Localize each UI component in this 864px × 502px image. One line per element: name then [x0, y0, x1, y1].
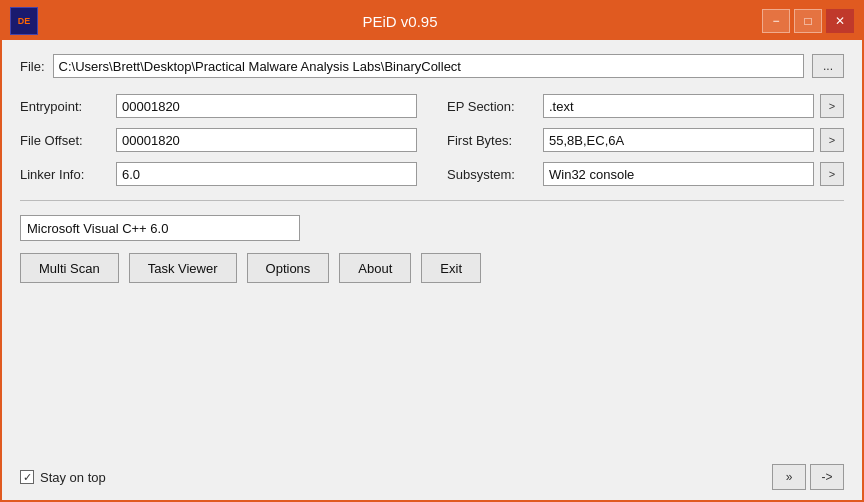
first-bytes-field[interactable] [543, 128, 814, 152]
title-bar: DE PEiD v0.95 − □ ✕ [2, 2, 862, 40]
entrypoint-row: Entrypoint: [20, 94, 417, 118]
ep-section-field[interactable] [543, 94, 814, 118]
file-label: File: [20, 59, 45, 74]
subsystem-label: Subsystem: [447, 167, 537, 182]
maximize-button[interactable]: □ [794, 9, 822, 33]
stay-on-top-row: ✓ Stay on top [20, 470, 106, 485]
file-offset-row: File Offset: [20, 128, 417, 152]
exit-button[interactable]: Exit [421, 253, 481, 283]
file-row: File: ... [20, 54, 844, 78]
stay-on-top-label: Stay on top [40, 470, 106, 485]
ep-section-arrow-button[interactable]: > [820, 94, 844, 118]
ep-section-row: EP Section: > [447, 94, 844, 118]
task-viewer-button[interactable]: Task Viewer [129, 253, 237, 283]
divider [20, 200, 844, 201]
detected-row [20, 215, 844, 241]
file-offset-label: File Offset: [20, 133, 110, 148]
window-title: PEiD v0.95 [38, 13, 762, 30]
info-grid: Entrypoint: EP Section: > File Offset: F… [20, 94, 844, 186]
entrypoint-field[interactable] [116, 94, 417, 118]
entrypoint-label: Entrypoint: [20, 99, 110, 114]
minimize-button[interactable]: − [762, 9, 790, 33]
linker-field[interactable] [116, 162, 417, 186]
linker-row: Linker Info: [20, 162, 417, 186]
nav-prev-button[interactable]: » [772, 464, 806, 490]
nav-buttons: » -> [772, 464, 844, 490]
buttons-row: Multi Scan Task Viewer Options About Exi… [20, 253, 844, 283]
detected-field[interactable] [20, 215, 300, 241]
stay-on-top-checkbox[interactable]: ✓ [20, 470, 34, 484]
bottom-row: ✓ Stay on top » -> [20, 464, 844, 490]
about-button[interactable]: About [339, 253, 411, 283]
app-logo: DE [10, 7, 38, 35]
window-controls: − □ ✕ [762, 9, 854, 33]
window-body: File: ... Entrypoint: EP Section: > File… [2, 40, 862, 500]
multi-scan-button[interactable]: Multi Scan [20, 253, 119, 283]
subsystem-field[interactable] [543, 162, 814, 186]
first-bytes-arrow-button[interactable]: > [820, 128, 844, 152]
main-window: DE PEiD v0.95 − □ ✕ File: ... Entrypoint… [0, 0, 864, 502]
first-bytes-row: First Bytes: > [447, 128, 844, 152]
subsystem-arrow-button[interactable]: > [820, 162, 844, 186]
title-bar-left: DE [10, 7, 38, 35]
browse-button[interactable]: ... [812, 54, 844, 78]
close-button[interactable]: ✕ [826, 9, 854, 33]
first-bytes-label: First Bytes: [447, 133, 537, 148]
options-button[interactable]: Options [247, 253, 330, 283]
ep-section-label: EP Section: [447, 99, 537, 114]
linker-label: Linker Info: [20, 167, 110, 182]
nav-next-button[interactable]: -> [810, 464, 844, 490]
subsystem-row: Subsystem: > [447, 162, 844, 186]
file-offset-field[interactable] [116, 128, 417, 152]
file-input[interactable] [53, 54, 804, 78]
